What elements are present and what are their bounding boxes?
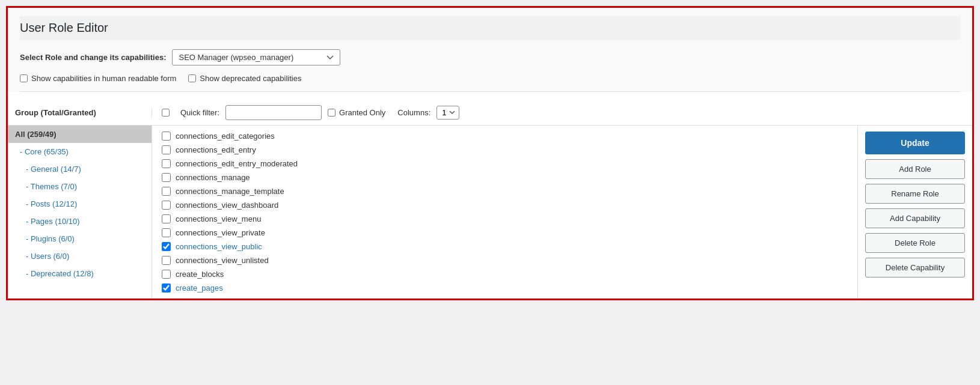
sidebar-item-all[interactable]: All (259/49) [8, 126, 152, 143]
filter-bar: Quick filter: Granted Only Columns: 1 2 … [152, 105, 972, 120]
quick-filter-input[interactable] [225, 105, 322, 120]
action-buttons-panel: Update Add Role Rename Role Add Capabili… [858, 126, 972, 299]
sidebar-item-plugins[interactable]: - Plugins (6/0) [8, 230, 152, 247]
group-sidebar: All (259/49) - Core (65/35) - General (1… [8, 126, 152, 299]
capability-label[interactable]: connections_view_unlisted [176, 256, 269, 265]
capabilities-list: connections_edit_categoriesconnections_e… [162, 126, 848, 299]
capability-item: connections_edit_entry_moderated [162, 157, 848, 171]
page-title: User Role Editor [20, 16, 960, 40]
deprecated-label: Show deprecated capabilities [200, 74, 301, 83]
capability-label[interactable]: connections_edit_entry [176, 145, 256, 154]
capability-item: create_pages [162, 281, 848, 295]
capability-checkbox[interactable] [162, 214, 171, 223]
rename-role-button[interactable]: Rename Role [865, 184, 965, 204]
body-row: All (259/49) - Core (65/35) - General (1… [8, 126, 972, 299]
capability-label[interactable]: create_blocks [176, 270, 224, 279]
granted-only-checkbox[interactable] [328, 109, 335, 117]
quick-filter-label: Quick filter: [180, 108, 219, 117]
capability-label[interactable]: connections_edit_entry_moderated [176, 159, 298, 168]
sidebar-item-core[interactable]: - Core (65/35) [8, 143, 152, 160]
update-button[interactable]: Update [865, 132, 965, 154]
capability-label[interactable]: connections_view_public [176, 242, 262, 251]
add-role-button[interactable]: Add Role [865, 159, 965, 179]
select-all-checkbox[interactable] [162, 109, 170, 117]
role-select-row: Select Role and change its capabilities:… [20, 49, 960, 65]
capability-checkbox[interactable] [162, 270, 171, 279]
delete-capability-button[interactable]: Delete Capability [865, 258, 965, 277]
capability-checkbox[interactable] [162, 283, 171, 293]
capability-checkbox[interactable] [162, 132, 171, 141]
sidebar-item-posts[interactable]: - Posts (12/12) [8, 195, 152, 213]
capability-checkbox[interactable] [162, 228, 171, 237]
capability-checkbox[interactable] [162, 242, 171, 251]
capability-item: connections_view_menu [162, 212, 848, 226]
human-readable-checkbox-label[interactable]: Show capabilities in human readable form [20, 74, 176, 83]
capability-item: connections_view_public [162, 240, 848, 253]
granted-only-label[interactable]: Granted Only [328, 108, 385, 117]
capability-item: connections_manage_template [162, 184, 848, 198]
sidebar-item-deprecated[interactable]: - Deprecated (12/8) [8, 265, 152, 282]
columns-label-text: Columns: [397, 108, 430, 117]
role-select-label: Select Role and change its capabilities: [20, 53, 166, 62]
capability-label[interactable]: connections_view_private [176, 228, 265, 237]
capability-item: connections_view_unlisted [162, 253, 848, 267]
human-readable-label: Show capabilities in human readable form [31, 74, 176, 83]
capability-checkbox[interactable] [162, 173, 171, 182]
capability-label[interactable]: connections_edit_categories [176, 132, 275, 141]
capability-item: connections_edit_entry [162, 143, 848, 157]
group-column-header: Group (Total/Granted) [8, 108, 152, 117]
columns-select[interactable]: 1 2 3 4 [436, 106, 459, 120]
capability-item: create_blocks [162, 267, 848, 281]
capability-label[interactable]: create_pages [176, 283, 223, 293]
add-capability-button[interactable]: Add Capability [865, 208, 965, 228]
granted-only-text: Granted Only [339, 108, 385, 117]
capability-checkbox[interactable] [162, 159, 171, 168]
role-select-dropdown[interactable]: SEO Manager (wpseo_manager)Administrator… [172, 49, 340, 65]
capability-item: connections_view_private [162, 226, 848, 240]
options-checkboxes-row: Show capabilities in human readable form… [20, 74, 960, 92]
capability-label[interactable]: connections_manage_template [176, 187, 284, 196]
sidebar-item-pages[interactable]: - Pages (10/10) [8, 213, 152, 230]
deprecated-checkbox[interactable] [188, 74, 196, 82]
capability-checkbox[interactable] [162, 187, 171, 196]
main-panel: User Role Editor Select Role and change … [6, 6, 974, 300]
sidebar-item-general[interactable]: - General (14/7) [8, 160, 152, 178]
main-content: Group (Total/Granted) Quick filter: Gran… [8, 100, 972, 299]
top-section: User Role Editor Select Role and change … [8, 8, 972, 92]
capabilities-area: connections_edit_categoriesconnections_e… [152, 126, 858, 299]
capability-checkbox[interactable] [162, 256, 171, 265]
sidebar-item-themes[interactable]: - Themes (7/0) [8, 178, 152, 195]
capability-label[interactable]: connections_manage [176, 173, 250, 182]
sidebar-item-users[interactable]: - Users (6/0) [8, 247, 152, 265]
capability-label[interactable]: connections_view_menu [176, 214, 261, 223]
capability-item: connections_view_dashboard [162, 198, 848, 212]
capability-checkbox[interactable] [162, 145, 171, 154]
capability-label[interactable]: connections_view_dashboard [176, 201, 278, 210]
deprecated-checkbox-label[interactable]: Show deprecated capabilities [188, 74, 301, 83]
delete-role-button[interactable]: Delete Role [865, 233, 965, 253]
capability-item: connections_edit_categories [162, 129, 848, 143]
capability-checkbox[interactable] [162, 201, 171, 210]
human-readable-checkbox[interactable] [20, 74, 28, 82]
capability-item: connections_manage [162, 171, 848, 184]
